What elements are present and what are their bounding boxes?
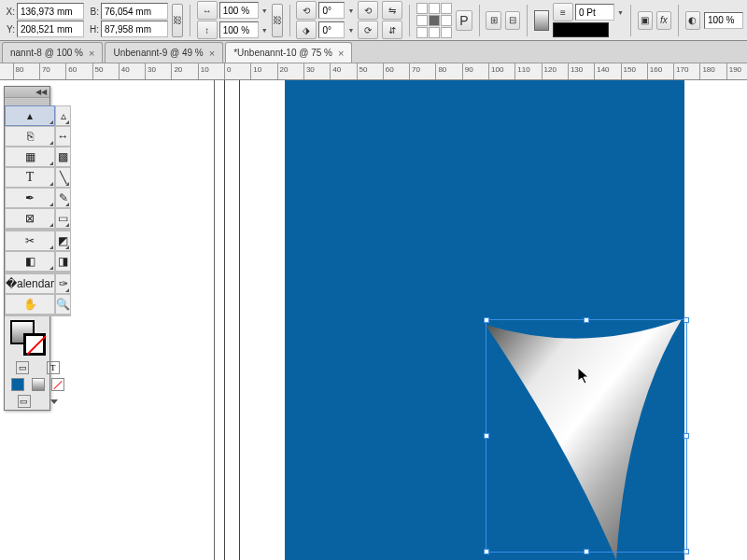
- w-input[interactable]: [101, 3, 168, 20]
- stroke-weight-input[interactable]: [575, 4, 614, 21]
- scale-x-input[interactable]: [219, 2, 259, 19]
- handle-e[interactable]: [684, 433, 689, 439]
- tab-label: *Unbenannt-10 @ 75 %: [233, 48, 332, 58]
- apply-gradient-button[interactable]: [32, 378, 45, 391]
- separator: [479, 5, 480, 36]
- rotate-input[interactable]: [318, 2, 345, 19]
- w-label: B:: [88, 7, 99, 17]
- content-placer-tool[interactable]: ▩: [55, 147, 71, 167]
- free-transform-tool[interactable]: ◩: [55, 231, 71, 251]
- distribute-button[interactable]: ⊟: [505, 11, 520, 30]
- pen-tool[interactable]: ✒: [5, 188, 55, 208]
- fx-button[interactable]: fx: [656, 11, 671, 30]
- type-tool[interactable]: T: [5, 167, 55, 188]
- effects-button[interactable]: ▣: [638, 11, 653, 30]
- fill-swatch[interactable]: [534, 10, 549, 31]
- pasteboard-edge: [214, 80, 215, 560]
- rectangle-tool[interactable]: ▭: [55, 208, 71, 229]
- line-tool[interactable]: ╲: [55, 167, 71, 188]
- chevron-down-icon[interactable]: [50, 399, 58, 404]
- apply-none-button[interactable]: [51, 378, 64, 391]
- chevron-down-icon[interactable]: ▼: [261, 7, 268, 14]
- scale-y-input[interactable]: [219, 21, 259, 38]
- handle-s[interactable]: [584, 549, 589, 554]
- separator: [289, 5, 290, 36]
- link-scale-button[interactable]: ⛓: [272, 4, 283, 37]
- eyedropper-tool[interactable]: ✑: [55, 273, 71, 294]
- formatting-container-button[interactable]: ▭: [16, 361, 29, 374]
- note-tool[interactable]: �alendar: [5, 273, 55, 294]
- separator: [190, 5, 190, 36]
- chevron-down-icon[interactable]: ▼: [347, 7, 354, 14]
- shear-input[interactable]: [318, 21, 345, 38]
- format-row: ▭ T: [5, 359, 71, 376]
- flip-group: ⟲ ⟳: [358, 1, 378, 39]
- handle-se[interactable]: [684, 549, 689, 554]
- document-tabstrip: nannt-8 @ 100 %× Unbenannt-9 @ 49 %× *Un…: [0, 41, 747, 63]
- view-mode-button[interactable]: ▭: [18, 395, 31, 408]
- selection-tool[interactable]: ▴: [5, 105, 55, 126]
- tab-label: nannt-8 @ 100 %: [10, 48, 83, 58]
- handle-n[interactable]: [584, 317, 589, 323]
- chevron-down-icon[interactable]: ▼: [261, 27, 268, 34]
- stroke-box[interactable]: [23, 333, 46, 356]
- toolbox-panel[interactable]: ◀◀ ▴ ▵ ⎘ ↔ ▦ ▩ T ╲ ✒ ✎ ⊠ ▭ ✂ ◩ ◧ ◨ �alen…: [4, 86, 50, 411]
- opacity-input[interactable]: [704, 12, 743, 29]
- x-label: X:: [4, 7, 15, 17]
- chevron-down-icon[interactable]: ▼: [347, 27, 354, 34]
- fill-stroke-control[interactable]: [5, 316, 71, 359]
- separator: [630, 5, 631, 36]
- ruler-horizontal[interactable]: 8070605040302010010203040506070809010011…: [0, 63, 747, 80]
- hand-tool[interactable]: ✋: [5, 294, 55, 315]
- gap-tool[interactable]: ↔: [55, 126, 71, 147]
- ref-point-grid[interactable]: [416, 3, 452, 38]
- content-placement-button[interactable]: P: [456, 10, 472, 31]
- page-tool[interactable]: ⎘: [5, 126, 55, 147]
- pencil-tool[interactable]: ✎: [55, 188, 71, 208]
- chevron-down-icon[interactable]: ▼: [617, 9, 624, 16]
- shear-icon: ⬗: [296, 21, 317, 39]
- rotate-cw-button[interactable]: ⟳: [358, 21, 378, 39]
- formatting-text-button[interactable]: T: [47, 361, 60, 374]
- ruler-origin-line: [224, 80, 225, 560]
- panel-header[interactable]: ◀◀: [5, 87, 49, 98]
- tab-doc-8[interactable]: nannt-8 @ 100 %×: [2, 42, 103, 63]
- guide-vertical[interactable]: [239, 80, 240, 560]
- rotate-ccw-button[interactable]: ⟲: [358, 1, 378, 20]
- flip-group2: ⇋ ⇵: [382, 1, 402, 39]
- handle-nw[interactable]: [484, 317, 489, 323]
- gradient-feather-tool[interactable]: ◨: [55, 251, 71, 272]
- tab-doc-10[interactable]: *Unbenannt-10 @ 75 %×: [225, 42, 352, 63]
- tab-doc-9[interactable]: Unbenannt-9 @ 49 %×: [105, 42, 223, 63]
- scissors-tool[interactable]: ✂: [5, 231, 55, 251]
- x-input[interactable]: [17, 3, 84, 20]
- link-size-button[interactable]: ⛓: [172, 4, 183, 37]
- close-icon[interactable]: ×: [89, 48, 94, 59]
- scale-y-icon: ↕: [197, 21, 218, 39]
- handle-w[interactable]: [484, 433, 489, 439]
- close-icon[interactable]: ×: [338, 48, 344, 59]
- y-input[interactable]: [17, 21, 84, 37]
- flip-h-button[interactable]: ⇋: [382, 1, 402, 20]
- direct-selection-tool[interactable]: ▵: [55, 105, 71, 126]
- opacity-icon: ◐: [685, 11, 700, 30]
- handle-sw[interactable]: [484, 549, 489, 554]
- flip-v-button[interactable]: ⇵: [382, 21, 402, 39]
- collapse-icon[interactable]: ◀◀: [35, 88, 47, 96]
- separator: [678, 5, 679, 36]
- property-bar: X: Y: B: H: ⛓ ↔ ▼ ↕ ▼ ⛓ ⟲ ▼: [0, 0, 747, 41]
- zoom-tool[interactable]: 🔍: [55, 294, 71, 315]
- link-icon: ⛓: [273, 15, 282, 25]
- selection-bbox[interactable]: [486, 319, 687, 553]
- panel-grip[interactable]: [5, 98, 49, 105]
- stroke-color-swatch[interactable]: [553, 22, 609, 37]
- gradient-swatch-tool[interactable]: ◧: [5, 251, 55, 272]
- align-button[interactable]: ⊞: [486, 11, 500, 30]
- h-input[interactable]: [101, 21, 168, 37]
- apply-color-button[interactable]: [11, 378, 24, 391]
- handle-ne[interactable]: [684, 317, 689, 323]
- rectangle-frame-tool[interactable]: ⊠: [5, 208, 55, 229]
- canvas[interactable]: [0, 80, 747, 560]
- content-collector-tool[interactable]: ▦: [5, 147, 55, 167]
- close-icon[interactable]: ×: [209, 48, 215, 59]
